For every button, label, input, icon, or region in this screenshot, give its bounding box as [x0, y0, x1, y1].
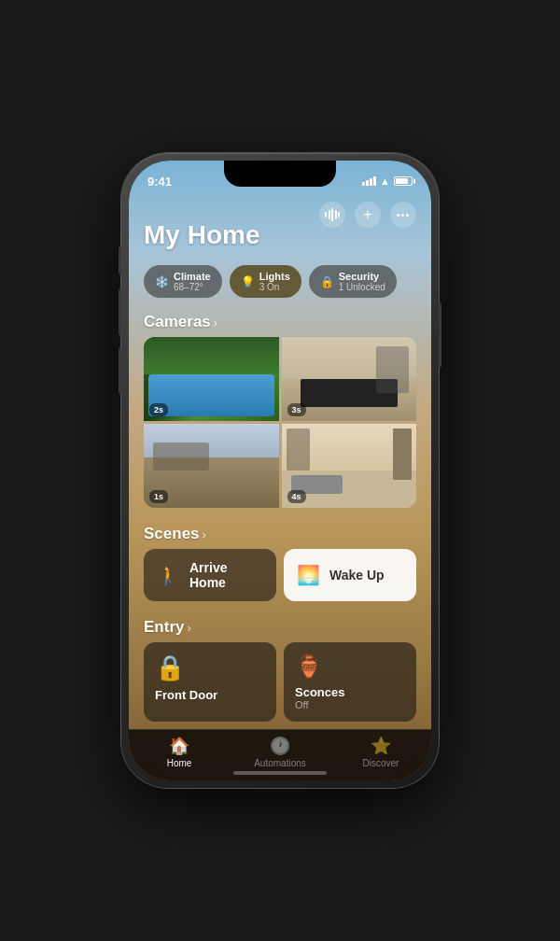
scenes-title: Scenes	[144, 525, 200, 543]
battery-icon	[394, 176, 413, 186]
category-pills: ❄️ Climate 68–72° 💡 Lights 3 On	[129, 258, 431, 305]
automations-tab-label: Automations	[254, 758, 306, 768]
front-door-card[interactable]: 🔒 Front Door	[144, 642, 276, 722]
sconces-icon: 🏺	[295, 653, 323, 680]
front-door-name: Front Door	[155, 688, 217, 702]
more-icon: •••	[397, 209, 411, 220]
phone-frame: 9:41 ▲	[121, 153, 439, 788]
discover-tab-icon: ⭐	[371, 736, 391, 756]
climate-label: Climate	[174, 271, 211, 282]
signal-icon	[362, 176, 376, 186]
entry-chevron: ›	[187, 621, 190, 635]
wifi-icon: ▲	[380, 176, 390, 187]
header-controls: + •••	[319, 202, 416, 228]
camera-grid: 2s 3s	[144, 337, 416, 508]
arrive-label: Arrive Home	[189, 560, 263, 590]
wake-up-button[interactable]: 🌅 Wake Up	[284, 549, 416, 601]
front-door-icon: 🔒	[155, 653, 185, 682]
status-icons: ▲	[362, 176, 413, 187]
lights-label: Lights	[259, 271, 290, 282]
entry-section-header[interactable]: Entry ›	[129, 611, 431, 642]
lights-pill[interactable]: 💡 Lights 3 On	[230, 265, 301, 298]
add-button[interactable]: +	[355, 202, 381, 228]
camera-1[interactable]: 2s	[144, 337, 279, 421]
more-button[interactable]: •••	[390, 202, 416, 228]
camera-4-label: 4s	[287, 490, 306, 503]
climate-pill[interactable]: ❄️ Climate 68–72°	[144, 265, 222, 298]
camera-2[interactable]: 3s	[282, 337, 417, 421]
cameras-title: Cameras	[144, 313, 211, 331]
scenes-chevron: ›	[203, 527, 206, 541]
home-indicator	[233, 771, 327, 775]
discover-tab-label: Discover	[363, 758, 399, 768]
cameras-section-header[interactable]: Cameras ›	[129, 305, 431, 337]
security-icon: 🔒	[320, 275, 334, 288]
lights-icon: 💡	[241, 275, 255, 288]
device-grid: 🔒 Front Door 🏺 Sconces Off	[144, 642, 416, 722]
climate-sub: 68–72°	[174, 282, 211, 292]
app-screen: 9:41 ▲	[129, 161, 431, 780]
arrive-icon: 🚶	[157, 564, 180, 586]
volume-up-button	[119, 288, 121, 335]
waveform-button[interactable]	[319, 202, 345, 228]
scenes-row: 🚶 Arrive Home 🌅 Wake Up	[144, 549, 416, 601]
tab-discover[interactable]: ⭐ Discover	[330, 736, 431, 768]
sconces-name: Sconces	[295, 685, 344, 699]
power-button	[439, 302, 441, 368]
notch	[224, 161, 336, 187]
security-pill[interactable]: 🔒 Security 1 Unlocked	[309, 265, 397, 298]
arrive-home-button[interactable]: 🚶 Arrive Home	[144, 549, 276, 601]
automations-tab-icon: 🕐	[270, 736, 290, 756]
camera-3[interactable]: 1s	[144, 424, 279, 508]
phone-screen: 9:41 ▲	[129, 161, 431, 780]
silent-switch	[119, 246, 121, 274]
climate-icon: ❄️	[155, 275, 169, 288]
wakeup-label: Wake Up	[329, 568, 385, 583]
home-tab-icon: 🏠	[169, 736, 189, 756]
home-tab-label: Home	[167, 758, 192, 768]
volume-down-button	[119, 347, 121, 394]
sconces-card[interactable]: 🏺 Sconces Off	[284, 642, 416, 722]
camera-1-label: 2s	[149, 403, 168, 416]
tab-automations[interactable]: 🕐 Automations	[230, 736, 330, 768]
camera-4[interactable]: 4s	[282, 424, 417, 508]
plus-icon: +	[363, 207, 371, 222]
sconces-status: Off	[295, 699, 344, 710]
wakeup-icon: 🌅	[297, 564, 320, 586]
camera-3-label: 1s	[149, 490, 168, 503]
security-label: Security	[339, 271, 385, 282]
lights-sub: 3 On	[259, 282, 290, 292]
waveform-icon	[325, 208, 340, 221]
camera-2-label: 3s	[287, 403, 306, 416]
cameras-chevron: ›	[214, 316, 217, 330]
tab-home[interactable]: 🏠 Home	[129, 736, 230, 768]
scenes-section-header[interactable]: Scenes ›	[129, 517, 431, 549]
time-display: 9:41	[147, 175, 172, 189]
scroll-content: + ••• My Home ❄️ Climate 68–72°	[129, 161, 431, 729]
security-sub: 1 Unlocked	[339, 282, 385, 292]
entry-title: Entry	[144, 618, 184, 637]
